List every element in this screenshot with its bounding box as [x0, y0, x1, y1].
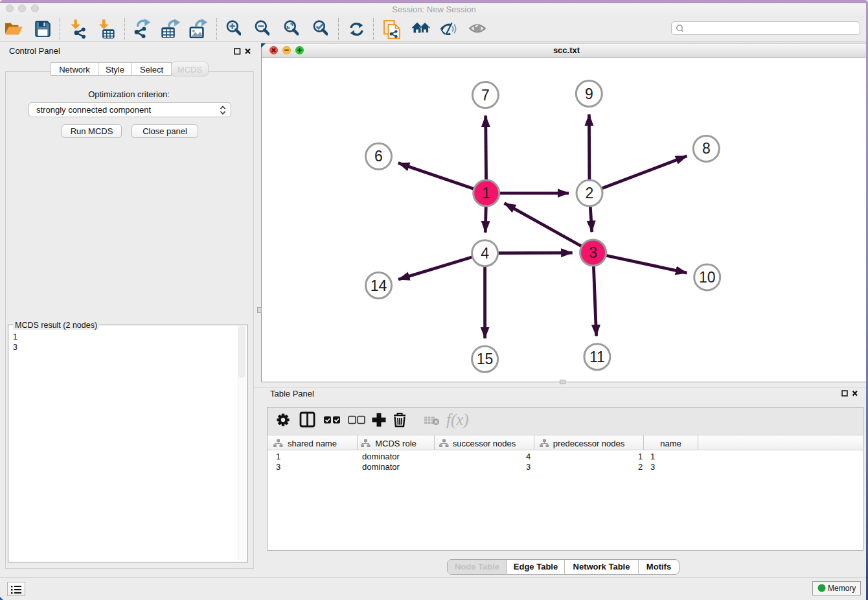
- svg-text:8: 8: [702, 140, 711, 157]
- svg-text:6: 6: [374, 148, 383, 165]
- svg-text:14: 14: [371, 277, 387, 294]
- svg-text:7: 7: [481, 87, 490, 104]
- svg-text:15: 15: [477, 351, 494, 367]
- svg-text:9: 9: [585, 86, 593, 102]
- svg-text:2: 2: [586, 185, 594, 202]
- svg-text:10: 10: [699, 269, 716, 286]
- svg-text:1: 1: [482, 185, 490, 202]
- svg-text:3: 3: [589, 244, 597, 261]
- svg-text:11: 11: [589, 349, 605, 365]
- svg-text:f(x): f(x): [446, 411, 469, 429]
- svg-text:4: 4: [481, 245, 489, 262]
